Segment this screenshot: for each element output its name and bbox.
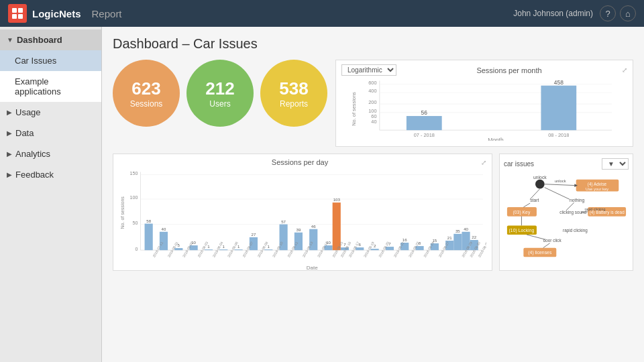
svg-text:27: 27 [252, 232, 256, 237]
svg-text:(03) Key: (03) Key [513, 210, 530, 215]
svg-text:150: 150 [130, 171, 138, 176]
svg-text:No. of sessions: No. of sessions [351, 92, 357, 126]
svg-text:35: 35 [455, 229, 460, 233]
svg-text:200: 200 [368, 99, 376, 105]
svg-line-137 [543, 243, 550, 248]
sidebar-item-dashboard[interactable]: ▼ Dashboard [0, 29, 101, 50]
svg-text:(4) Advise: (4) Advise [588, 182, 607, 187]
svg-text:2018-08-04: 2018-08-04 [211, 241, 223, 258]
users-value: 212 [205, 78, 234, 99]
stat-card-users: 212 Users [186, 60, 254, 127]
svg-rect-34 [145, 224, 153, 251]
svg-text:58: 58 [146, 219, 151, 223]
svg-text:07 - 2018: 07 - 2018 [414, 132, 435, 138]
flow-diagram: car issues ▼ unlock (4) Advise Use your … [499, 154, 633, 271]
svg-text:50: 50 [133, 221, 138, 226]
svg-text:2018-08-06: 2018-08-06 [227, 241, 239, 258]
user-name: John Johnson (admin) [513, 9, 593, 18]
svg-text:(4) licenses: (4) licenses [528, 250, 552, 255]
monthly-chart-header: Logarithmic Linear Sessions per month ⤢ [341, 64, 627, 76]
svg-rect-78 [453, 234, 462, 250]
svg-text:1: 1 [223, 244, 225, 249]
svg-rect-3 [18, 14, 23, 19]
sidebar-item-analytics[interactable]: ▶ Analytics [0, 143, 101, 164]
monthly-chart-dropdown[interactable]: Logarithmic Linear [341, 64, 396, 76]
svg-text:unlock: unlock [533, 175, 547, 180]
svg-text:40: 40 [464, 227, 468, 231]
sidebar-label-usage: Usage [15, 107, 41, 117]
svg-line-122 [523, 203, 530, 207]
daily-chart-expand[interactable]: ⤢ [481, 159, 486, 166]
svg-text:56: 56 [421, 109, 428, 116]
svg-point-109 [535, 180, 545, 189]
sidebar-item-feedback[interactable]: ▶ Feedback [0, 164, 101, 185]
logo-icon [8, 4, 27, 23]
stat-card-reports: 538 Reports [260, 60, 327, 127]
sidebar-item-usage[interactable]: ▶ Usage [0, 102, 101, 123]
sessions-value: 623 [131, 78, 160, 99]
svg-text:1: 1 [237, 244, 240, 249]
page-title: Dashboard – Car Issues [113, 36, 633, 52]
svg-rect-46 [235, 249, 243, 250]
svg-text:16: 16 [402, 237, 407, 242]
svg-rect-16 [407, 116, 442, 130]
sidebar-item-car-issues[interactable]: Car Issues [0, 50, 101, 71]
help-button[interactable]: ? [600, 5, 616, 21]
dashboard-arrow: ▼ [7, 36, 13, 44]
content-area: Dashboard – Car Issues 623 Sessions 212 … [102, 27, 644, 362]
monthly-chart-svg: 600 400 200 100 60 40 56 07 - 2018 [341, 77, 627, 141]
svg-text:Date: Date [307, 265, 319, 271]
svg-text:0: 0 [135, 247, 138, 252]
svg-text:unlock: unlock [555, 179, 566, 183]
svg-line-134 [527, 235, 544, 239]
svg-text:40: 40 [162, 227, 166, 231]
home-button[interactable]: ⌂ [620, 5, 636, 21]
daily-chart-svg: 150 100 50 0 No. of sessions 58 40 [119, 168, 486, 272]
flow-dropdown[interactable]: ▼ [602, 158, 629, 170]
main-container: ▼ Dashboard Car Issues Example applicati… [0, 27, 644, 362]
brand-name: LogicNets [32, 8, 81, 19]
svg-text:103: 103 [333, 197, 341, 202]
sidebar-item-data[interactable]: ▶ Data [0, 123, 101, 143]
svg-rect-50 [264, 249, 272, 250]
svg-rect-2 [12, 14, 17, 19]
flow-title: car issues [504, 160, 534, 168]
svg-text:2018-08-03: 2018-08-03 [197, 241, 209, 258]
users-label: Users [209, 99, 230, 109]
svg-rect-42 [205, 249, 213, 250]
svg-text:21: 21 [447, 235, 452, 240]
monthly-chart-expand[interactable]: ⤢ [622, 66, 627, 74]
svg-line-119 [545, 188, 570, 200]
monthly-chart-title: Sessions per month [396, 66, 622, 74]
sidebar-label-example: Example applications [15, 76, 95, 97]
sidebar-item-example-applications[interactable]: Example applications [0, 71, 101, 102]
logo: LogicNets Report [8, 4, 122, 23]
stats-row: 623 Sessions 212 Users 538 Reports Logar… [113, 60, 633, 147]
usage-arrow: ▶ [7, 109, 12, 116]
stat-cards: 623 Sessions 212 Users 538 Reports [113, 60, 327, 127]
sidebar-label-analytics: Analytics [15, 149, 50, 159]
flow-diagram-svg: unlock (4) Advise Use your key unlock st… [504, 172, 629, 272]
sidebar: ▼ Dashboard Car Issues Example applicati… [0, 27, 102, 362]
svg-text:(10) Locking: (10) Locking [509, 228, 535, 233]
header-section: Report [92, 8, 122, 19]
svg-rect-44 [219, 249, 227, 250]
svg-line-114 [545, 184, 576, 186]
data-arrow: ▶ [7, 129, 12, 137]
svg-rect-66 [370, 249, 378, 250]
sessions-label: Sessions [130, 99, 163, 109]
sidebar-label-car-issues: Car Issues [15, 56, 56, 66]
svg-rect-0 [12, 8, 17, 13]
svg-text:22: 22 [472, 235, 476, 239]
svg-text:rapid clicking: rapid clicking [563, 228, 588, 233]
sidebar-label-feedback: Feedback [15, 170, 54, 180]
svg-rect-19 [541, 86, 576, 130]
monthly-chart: Logarithmic Linear Sessions per month ⤢ … [335, 60, 633, 147]
sidebar-label-dashboard: Dashboard [17, 35, 62, 45]
stat-card-sessions: 623 Sessions [113, 60, 180, 127]
reports-value: 538 [279, 78, 308, 99]
feedback-arrow: ▶ [7, 171, 12, 178]
svg-text:door click: door click [543, 238, 562, 243]
svg-text:57: 57 [281, 219, 286, 224]
svg-text:600: 600 [368, 80, 376, 86]
